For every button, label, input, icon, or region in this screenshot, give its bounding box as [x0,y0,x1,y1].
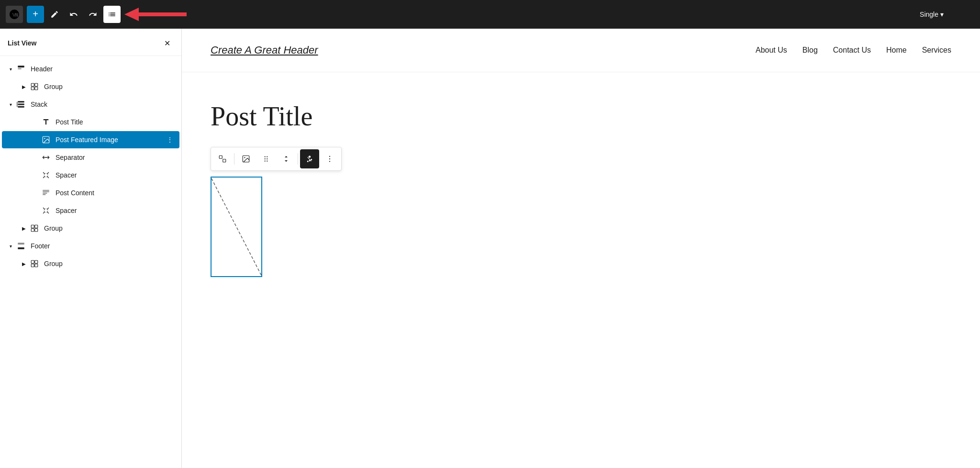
chevron-icon: ▾ [6,244,15,249]
edit-mode-button[interactable] [46,6,63,23]
stack-icon [17,100,25,109]
chevron-icon: ▾ [6,102,15,107]
separator-icon [42,153,50,162]
sidebar-item-label: Group [44,224,176,232]
site-logo[interactable]: Create A Great Header [211,44,318,56]
block-style-button[interactable] [300,149,319,168]
svg-point-30 [265,156,266,157]
top-toolbar: + Single ▾ [0,0,980,29]
svg-point-31 [267,156,267,157]
sidebar-item-post-title[interactable]: Post Title [2,113,179,131]
post-featured-image-block-icon [40,134,52,145]
placeholder-diagonal [212,178,261,276]
sidebar-close-button[interactable]: ✕ [160,36,174,50]
item-options-button[interactable]: ⋮ [164,134,176,145]
block-move-up-down-button[interactable] [277,149,296,168]
svg-rect-6 [35,87,38,90]
sidebar-item-post-content[interactable]: Post Content [2,184,179,201]
sidebar-item-footer[interactable]: ▾ Footer [2,237,179,255]
single-dropdown[interactable]: Single ▾ [920,11,944,18]
canvas-inner: Create A Great Header About Us Blog Cont… [182,29,980,468]
svg-point-34 [265,160,266,161]
footer-icon [17,242,25,250]
block-drag-button[interactable] [256,149,276,168]
undo-icon [69,10,78,19]
list-view-button[interactable] [103,6,121,23]
svg-point-29 [244,157,245,158]
post-title[interactable]: Post Title [211,101,951,132]
svg-rect-1 [18,66,24,67]
sidebar-item-spacer-2[interactable]: Spacer [2,202,179,219]
nav-about-us[interactable]: About Us [756,46,787,55]
spacer-block-icon [40,169,52,181]
canvas: Create A Great Header About Us Blog Cont… [182,29,980,468]
svg-point-35 [267,160,267,161]
block-move-button[interactable] [236,149,256,168]
sidebar-item-header[interactable]: ▾ Header [2,60,179,78]
arrow-indicator [124,8,187,21]
nav-home[interactable]: Home [886,46,907,55]
separator-block-icon [40,152,52,163]
sidebar-item-label: Spacer [56,171,176,179]
svg-rect-4 [35,83,38,86]
svg-rect-17 [35,225,38,228]
chevron-down-icon: ▾ [940,11,944,18]
sidebar-item-post-featured-image[interactable]: Post Featured Image ⋮ [2,131,179,148]
add-block-button[interactable]: + [27,6,44,23]
sidebar-item-label: Group [44,83,176,90]
sidebar-item-label: Post Featured Image [56,136,164,144]
group-block-icon-3 [29,258,40,269]
stack-block-icon [15,99,27,110]
svg-rect-21 [18,247,24,249]
sidebar-item-label: Post Content [56,189,176,197]
sidebar-item-separator[interactable]: Separator [2,149,179,166]
block-transform-button[interactable] [213,149,232,168]
nav-contact-us[interactable]: Contact Us [833,46,871,55]
sidebar-item-group-2[interactable]: ▶ Group [2,220,179,237]
spacer-block-icon-2 [40,205,52,216]
drag-icon [262,155,270,163]
svg-rect-27 [223,159,226,162]
red-arrow [124,8,187,21]
chevron-icon: ▶ [19,226,29,231]
header-icon [17,65,25,73]
undo-button[interactable] [65,6,82,23]
plus-icon: + [33,9,38,20]
list-view-title: List View [8,39,36,47]
svg-point-33 [267,158,267,159]
featured-image-placeholder[interactable] [211,177,262,277]
transform-icon [218,155,227,163]
svg-rect-9 [18,106,24,108]
block-toolbar [211,147,342,171]
redo-button[interactable] [84,6,101,23]
wp-logo-icon [9,9,20,20]
sidebar-item-group-1[interactable]: ▶ Group [2,78,179,95]
footer-block-icon [15,240,27,252]
sidebar-item-stack[interactable]: ▾ Stack [2,96,179,113]
single-label: Single [920,11,938,18]
chevron-icon: ▾ [6,67,15,72]
post-title-block-icon [40,116,52,128]
block-options-button[interactable] [320,149,339,168]
sidebar-item-label: Separator [56,154,176,161]
sidebar-item-spacer-1[interactable]: Spacer [2,167,179,184]
site-nav: About Us Blog Contact Us Home Services [756,46,951,55]
svg-rect-16 [31,225,34,228]
nav-blog[interactable]: Blog [802,46,818,55]
redo-icon [89,10,97,19]
svg-rect-7 [18,101,24,102]
svg-rect-26 [219,156,222,158]
svg-point-32 [265,158,266,159]
svg-point-12 [44,138,45,139]
chevron-icon: ▶ [19,261,29,267]
move-up-down-icon [282,155,290,163]
sidebar-item-group-3[interactable]: ▶ Group [2,255,179,272]
header-block-icon [15,63,27,75]
featured-image-icon [242,155,250,163]
svg-rect-20 [18,243,24,245]
svg-rect-22 [31,260,34,263]
sidebar-item-label: Header [31,65,176,73]
nav-services[interactable]: Services [922,46,951,55]
wp-logo-button[interactable] [6,6,23,23]
toolbar-divider [234,153,234,165]
